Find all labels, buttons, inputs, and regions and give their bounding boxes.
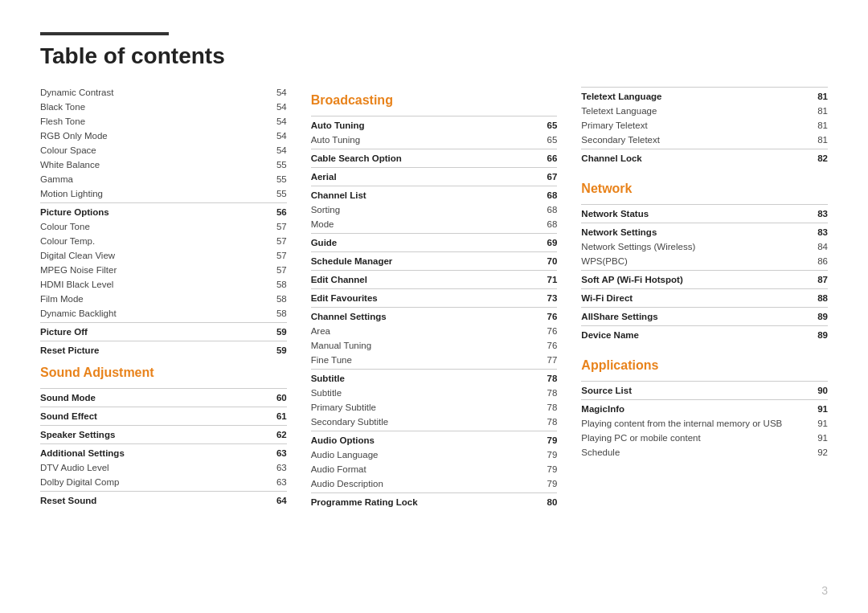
- toc-label: Audio Language: [311, 450, 534, 460]
- toc-row: Manual Tuning76: [311, 338, 558, 353]
- toc-page-num: 83: [804, 227, 828, 237]
- toc-label: MagicInfo: [581, 404, 804, 414]
- toc-page-num: 68: [533, 219, 557, 229]
- toc-page-num: 59: [263, 345, 287, 355]
- toc-page-num: 80: [533, 497, 557, 507]
- toc-row: Sound Effect61: [40, 407, 287, 423]
- toc-page-num: 90: [804, 386, 828, 395]
- toc-label: Programme Rating Lock: [311, 497, 534, 507]
- toc-label: Flesh Tone: [40, 116, 263, 126]
- toc-page-num: 79: [533, 464, 557, 474]
- toc-label: Black Tone: [40, 102, 263, 112]
- col1-sound-items: Sound Mode60Sound Effect61Speaker Settin…: [40, 388, 287, 508]
- toc-label: Network Status: [581, 209, 804, 219]
- toc-page-num: 63: [263, 463, 287, 472]
- toc-page-num: 78: [533, 417, 557, 427]
- toc-label: Audio Description: [311, 479, 534, 488]
- toc-row: Cable Search Option66: [311, 149, 558, 166]
- toc-label: Edit Favourites: [311, 293, 534, 303]
- toc-page-num: 77: [533, 355, 557, 365]
- toc-row: Schedule92: [581, 445, 828, 460]
- toc-row: Subtitle78: [311, 369, 558, 386]
- toc-row: Teletext Language81: [581, 87, 828, 104]
- toc-row: Audio Options79: [311, 431, 558, 447]
- toc-page-num: 83: [804, 209, 828, 219]
- toc-page-num: 57: [263, 251, 287, 260]
- toc-page-num: 65: [533, 135, 557, 145]
- toc-label: Soft AP (Wi-Fi Hotspot): [581, 275, 804, 284]
- toc-page-num: 63: [263, 477, 287, 487]
- toc-label: Aerial: [311, 172, 534, 182]
- toc-page-num: 78: [533, 403, 557, 412]
- toc-row: Network Settings (Wireless)84: [581, 239, 828, 254]
- toc-page-num: 91: [804, 419, 828, 428]
- toc-label: DTV Audio Level: [40, 463, 263, 472]
- toc-row: Speaker Settings62: [40, 425, 287, 442]
- toc-page-num: 58: [263, 309, 287, 318]
- toc-label: Auto Tuning: [311, 121, 534, 130]
- toc-label: Cable Search Option: [311, 153, 534, 163]
- toc-page-num: 86: [804, 256, 828, 266]
- toc-page-num: 78: [533, 388, 557, 398]
- toc-page-num: 79: [533, 450, 557, 460]
- toc-row: Channel Lock82: [581, 149, 828, 166]
- toc-row: Sorting68: [311, 202, 558, 217]
- toc-page-num: 67: [533, 172, 557, 182]
- toc-page-num: 91: [804, 433, 828, 443]
- toc-label: Secondary Teletext: [581, 135, 804, 145]
- toc-page-num: 81: [804, 92, 828, 101]
- toc-row: Auto Tuning65: [311, 116, 558, 133]
- toc-page-num: 58: [263, 294, 287, 304]
- toc-page-num: 54: [263, 102, 287, 112]
- toc-page-num: 57: [263, 236, 287, 246]
- toc-label: Film Mode: [40, 294, 263, 304]
- toc-row: Schedule Manager70: [311, 251, 558, 268]
- toc-row: Audio Description79: [311, 476, 558, 491]
- toc-label: MPEG Noise Filter: [40, 265, 263, 275]
- toc-page-num: 58: [263, 280, 287, 289]
- toc-label: Picture Options: [40, 207, 263, 217]
- toc-label: Digital Clean View: [40, 251, 263, 260]
- toc-page-num: 62: [263, 430, 287, 439]
- toc-row: Secondary Subtitle78: [311, 415, 558, 429]
- toc-row: Mode68: [311, 217, 558, 231]
- toc-label: Subtitle: [311, 374, 534, 383]
- toc-page-num: 81: [804, 135, 828, 145]
- toc-row: Picture Off59: [40, 322, 287, 339]
- toc-page-num: 68: [533, 205, 557, 215]
- toc-page-num: 78: [533, 374, 557, 383]
- col3: Teletext Language81Teletext Language81Pr…: [581, 85, 828, 509]
- col3-applications-items: Source List90MagicInfo91Playing content …: [581, 381, 828, 460]
- columns-wrapper: Dynamic Contrast54Black Tone54Flesh Tone…: [40, 85, 828, 509]
- toc-row: Audio Format79: [311, 462, 558, 476]
- toc-row: Edit Favourites73: [311, 288, 558, 305]
- toc-page-num: 54: [263, 116, 287, 126]
- page-title: Table of contents: [40, 43, 828, 69]
- toc-label: Colour Space: [40, 145, 263, 155]
- toc-label: Colour Temp.: [40, 236, 263, 246]
- toc-page-num: 65: [533, 121, 557, 130]
- toc-row: Primary Subtitle78: [311, 400, 558, 415]
- toc-page-num: 76: [533, 312, 557, 321]
- toc-page-num: 88: [804, 293, 828, 303]
- title-bar: [40, 32, 169, 35]
- toc-label: Device Name: [581, 330, 804, 340]
- toc-label: Guide: [311, 238, 534, 247]
- toc-page-num: 79: [533, 435, 557, 445]
- toc-row: DTV Audio Level63: [40, 460, 287, 475]
- toc-label: Channel Lock: [581, 153, 804, 163]
- toc-page-num: 66: [533, 153, 557, 163]
- toc-label: Dolby Digital Comp: [40, 477, 263, 487]
- toc-label: Reset Picture: [40, 345, 263, 355]
- toc-page-num: 84: [804, 242, 828, 251]
- toc-row: Teletext Language81: [581, 104, 828, 118]
- toc-label: Channel List: [311, 190, 534, 200]
- col2: Broadcasting Auto Tuning65Auto Tuning65C…: [311, 85, 582, 509]
- toc-label: HDMI Black Level: [40, 280, 263, 289]
- toc-label: Sound Mode: [40, 393, 263, 403]
- toc-page-num: 76: [533, 341, 557, 350]
- toc-row: Reset Sound64: [40, 491, 287, 508]
- toc-page-num: 81: [804, 121, 828, 130]
- toc-label: Dynamic Contrast: [40, 88, 263, 97]
- page-number-footer: 3: [821, 584, 828, 597]
